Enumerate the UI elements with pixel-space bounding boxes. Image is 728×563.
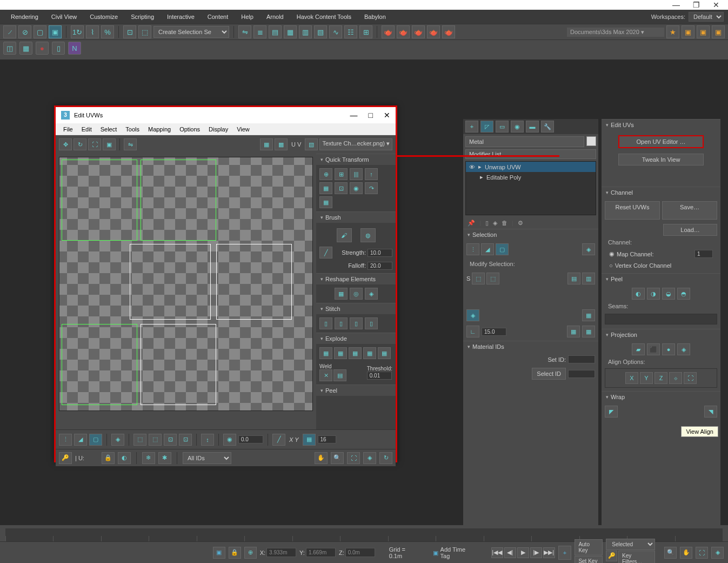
select-id-button[interactable]: Select ID: [532, 368, 566, 380]
radio-dot-icon[interactable]: ◉: [609, 250, 615, 257]
nav-icon[interactable]: ✋: [680, 547, 692, 559]
set-key-icon[interactable]: 🔑: [606, 551, 617, 561]
qt-icon[interactable]: ⊡: [335, 182, 348, 194]
show-end-icon[interactable]: ▯: [485, 220, 489, 227]
os-close-icon[interactable]: ✕: [713, 1, 719, 9]
menu-havok[interactable]: Havok Content Tools: [290, 14, 358, 20]
selection-set-dropdown[interactable]: Create Selection Se: [153, 26, 229, 38]
explode-icon[interactable]: ▦: [378, 347, 391, 359]
weld-icon[interactable]: ▤: [333, 369, 346, 381]
menu-arnold[interactable]: Arnold: [260, 14, 290, 20]
nav-icon[interactable]: ⛶: [696, 547, 708, 559]
grid-sm-icon[interactable]: ▦: [567, 326, 580, 337]
loop-icon[interactable]: ⊡: [179, 434, 192, 446]
brush-icon[interactable]: ╱: [272, 434, 285, 446]
rollout-header[interactable]: Material IDs: [463, 341, 598, 352]
hierarchy-tab-icon[interactable]: ▭: [496, 121, 509, 133]
goto-start-icon[interactable]: |◀◀: [491, 547, 503, 558]
rollout-header[interactable]: Peel: [602, 274, 720, 284]
set-id-input[interactable]: [568, 355, 595, 363]
strength-input[interactable]: [368, 249, 392, 257]
sel-element-icon[interactable]: ◈: [582, 243, 595, 255]
uvw-titlebar[interactable]: 3 Edit UVWs — □ ✕: [56, 107, 396, 123]
qt-icon[interactable]: ↷: [365, 182, 378, 194]
teapot1-icon[interactable]: 🫖: [382, 25, 395, 38]
rollout-header[interactable]: Wrap: [602, 392, 720, 402]
layer3-icon[interactable]: ▣: [712, 25, 725, 38]
refresh-icon[interactable]: ↻: [379, 452, 392, 464]
add-time-tag-button[interactable]: Add Time Tag: [440, 546, 475, 559]
map-channel-input[interactable]: [694, 250, 713, 258]
rollout-header[interactable]: Selection: [463, 229, 598, 240]
mirror-h-icon[interactable]: ⇋: [124, 138, 137, 150]
os-maximize-icon[interactable]: ❐: [693, 1, 700, 9]
toggle-icon[interactable]: ▦: [284, 25, 297, 38]
align-z-button[interactable]: Z: [654, 372, 667, 384]
uvw-minimize-icon[interactable]: —: [350, 111, 358, 120]
object-name-input[interactable]: [465, 136, 584, 147]
percent-icon[interactable]: %: [101, 25, 114, 38]
material-icon[interactable]: ☷: [344, 25, 357, 38]
select-move-icon[interactable]: ▣: [49, 25, 62, 38]
qt-icon[interactable]: |||: [350, 168, 363, 180]
relax-brush-icon[interactable]: ◍: [360, 228, 376, 242]
sel-face-icon[interactable]: ▢: [496, 243, 509, 255]
ring-icon[interactable]: ⊡: [164, 434, 177, 446]
rollout-header[interactable]: Peel: [316, 385, 396, 396]
uvw-maximize-icon[interactable]: □: [369, 111, 373, 120]
render-setup-icon[interactable]: ⊞: [359, 25, 372, 38]
tweak-in-view-button[interactable]: Tweak In View: [618, 154, 704, 165]
rollout-header[interactable]: Explode: [316, 333, 396, 344]
qt-icon[interactable]: ⊕: [319, 168, 332, 180]
menu-scripting[interactable]: Scripting: [124, 14, 161, 20]
peel-icon[interactable]: ◒: [662, 288, 675, 300]
project-path-dropdown[interactable]: Documents\3ds Max 2020 ▾: [567, 28, 664, 37]
pin-icon[interactable]: ★: [666, 25, 679, 38]
box-proj-icon[interactable]: ◈: [677, 343, 690, 355]
stitch-icon[interactable]: ▯: [365, 317, 378, 329]
manip2-icon[interactable]: ⬚: [138, 25, 151, 38]
threshold-input[interactable]: [367, 372, 392, 380]
manip-icon[interactable]: ⊡: [123, 25, 136, 38]
freeform-icon[interactable]: ▣: [103, 138, 116, 150]
configure-icon[interactable]: ⚙: [518, 220, 523, 227]
lock-sel-icon[interactable]: 🔒: [229, 547, 241, 559]
uv-island-selected[interactable]: [130, 244, 211, 320]
planar-proj-icon[interactable]: ▰: [632, 343, 645, 355]
menu-content[interactable]: Content: [201, 14, 235, 20]
pin-stack-icon[interactable]: 📌: [467, 220, 475, 227]
snap2-icon[interactable]: ✱: [158, 452, 171, 464]
element-mode-icon[interactable]: ◈: [111, 434, 124, 446]
open-uv-editor-button[interactable]: Open UV Editor …: [618, 135, 704, 148]
cyl-proj-icon[interactable]: ⬛: [647, 343, 660, 355]
sec-icon-5[interactable]: N: [68, 42, 81, 55]
uv-island-selected[interactable]: [216, 244, 292, 320]
layer2-icon[interactable]: ▣: [697, 25, 710, 38]
move-icon[interactable]: ✥: [59, 138, 72, 150]
loop-icon[interactable]: ▥: [582, 273, 595, 284]
menu-babylon[interactable]: Babylon: [358, 14, 392, 20]
stitch-icon[interactable]: ▯: [319, 317, 332, 329]
explode-icon[interactable]: ▦: [363, 347, 376, 359]
view-align-icon[interactable]: ⛶: [684, 372, 697, 384]
uvw-menu-tools[interactable]: Tools: [121, 126, 144, 133]
select-by-element-icon[interactable]: ◈: [466, 309, 479, 321]
workspaces-dropdown[interactable]: Default: [689, 12, 724, 22]
planar-icon[interactable]: ▦: [582, 309, 595, 321]
grow-icon[interactable]: ⬚: [133, 434, 146, 446]
utilities-tab-icon[interactable]: 🔧: [541, 121, 554, 133]
grow-icon[interactable]: ⬚: [472, 273, 485, 284]
uv-island[interactable]: [62, 160, 137, 241]
wrap-icon[interactable]: ◥: [704, 406, 717, 418]
sec-icon-1[interactable]: ◫: [3, 42, 16, 55]
expand-icon[interactable]: ▸: [480, 174, 483, 181]
shrink-icon[interactable]: ⬚: [149, 434, 162, 446]
peel-icon[interactable]: ◐: [632, 288, 645, 300]
key-filters-button[interactable]: Key Filters…: [618, 551, 655, 564]
teapot5-icon[interactable]: 🫖: [442, 25, 455, 38]
shrink-icon[interactable]: ⬚: [486, 273, 499, 284]
planar-angle-input[interactable]: [482, 328, 506, 336]
explode-icon[interactable]: ▦: [319, 347, 332, 359]
schematic-icon[interactable]: ▧: [314, 25, 327, 38]
menu-civil-view[interactable]: Civil View: [45, 14, 83, 20]
